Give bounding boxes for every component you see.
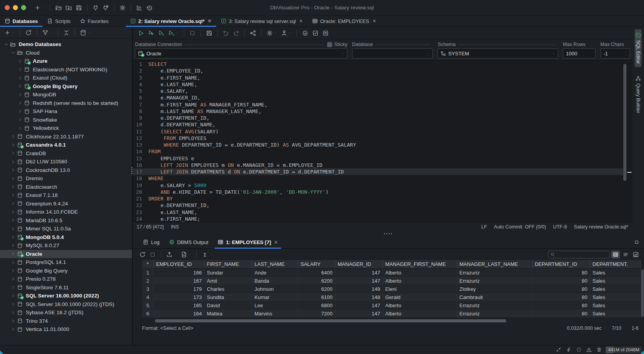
commit-button[interactable] [310,28,320,38]
tree-item-elasticsearch-not-working-[interactable]: Elasticsearch (NOT WORKING) [0,65,132,74]
cell-manager-last-name[interactable]: Errazuriz [457,277,532,285]
chevron-right-icon[interactable] [10,327,16,332]
cell-last-name[interactable]: Ande [252,269,298,277]
tree-item-snowflake[interactable]: Snowflake [0,116,132,124]
chevron-right-icon[interactable] [10,277,16,281]
cell-last-name[interactable]: Kumar [252,293,298,301]
chevron-right-icon[interactable] [17,76,23,80]
tree-item-sql-server-16-00-1000-2022-[interactable]: SQL Server 16.00.1000 (2022) [0,292,132,300]
chart-view-button[interactable] [632,251,640,258]
close-tab-icon[interactable]: ✕ [299,18,303,24]
tree-item-exasol-7-1-18[interactable]: Exasol 7.1.18 [0,191,132,200]
tree-item-oracle[interactable]: Oracle [0,250,132,258]
cell-manager-id[interactable]: 147 [335,310,383,318]
chevron-right-icon[interactable] [10,151,16,156]
cell-last-name[interactable]: Marvins [252,310,298,318]
line-ending[interactable]: LF [481,224,487,230]
zoom-window-button[interactable] [21,5,26,10]
cell-department-[interactable]: Sales [590,277,641,285]
tab-scripts[interactable]: Scripts [43,16,75,27]
stop-button[interactable] [187,28,197,38]
refresh-result-button[interactable] [137,250,148,259]
cell-manager-id[interactable]: 147 [335,269,383,277]
tree-item-elasticsearch[interactable]: Elasticsearch [0,183,132,191]
tree-item-yellowbrick[interactable]: Yellowbrick [0,124,132,133]
schema-select[interactable]: SYSTEM [438,48,558,58]
cell-first-name[interactable]: Sundita [205,293,252,301]
result-tab-dbms-output[interactable]: DBMS Output [164,236,213,248]
cell-manager-last-name[interactable]: Errazuriz [457,301,532,310]
encoding[interactable]: UTF-8 [553,224,567,230]
cell-salary[interactable]: 6200 [298,285,335,293]
filter-button[interactable] [40,28,55,37]
editor-settings-button[interactable] [265,28,279,38]
cell-salary[interactable]: 6200 [298,277,335,285]
cell-employee-id[interactable]: 167 [154,277,205,285]
tree-item-mariadb-10-6-5[interactable]: MariaDB 10.6.5 [0,216,132,225]
cell-employee-id[interactable]: 165 [154,301,205,310]
column-header-salary[interactable]: SALARY [298,260,335,269]
tree-item-cassandra-4-0-1[interactable]: Cassandra 4.0.1 [0,141,132,149]
tree-item-cockroachdb-13-0[interactable]: CockroachDB 13.0 [0,166,132,175]
tree-item-google-big-query[interactable]: Google Big Query [0,82,132,91]
cell-department-[interactable]: Sales [590,310,641,318]
chevron-right-icon[interactable] [10,251,16,256]
chevron-right-icon[interactable] [10,159,16,164]
format-button[interactable] [179,250,193,259]
history-button[interactable] [144,3,155,12]
cell-salary[interactable]: 6800 [298,301,335,310]
auto-commit-status[interactable]: Auto Commit: OFF (0/0) [494,224,546,230]
resize-grip-left[interactable] [0,350,4,354]
rollback-button[interactable] [320,28,331,38]
cell-first-name[interactable]: Mattea [205,310,252,318]
result-tab-1-employees-7-[interactable]: 1: EMPLOYEES [7]✕ [213,236,283,248]
chevron-right-icon[interactable] [10,310,16,315]
tree-item-informix-14-10-fc6de[interactable]: Informix 14.10.FC6DE [0,208,132,216]
side-tab-sql-editor[interactable]: SQL Editor [635,29,642,67]
tree-item-mongodb[interactable]: MongoDB [0,90,132,99]
tree-item-greenplum-9-4-24[interactable]: Greenplum 9.4.24 [0,200,132,208]
redo-sql-button[interactable]: SQL [231,28,241,38]
clear-button[interactable] [596,347,602,352]
chevron-right-icon[interactable] [10,143,16,147]
cell-first-name[interactable]: Charles [205,285,252,293]
chevron-right-icon[interactable] [10,243,16,248]
tree-item-cratedb[interactable]: CrateDB [0,149,132,158]
aggregate-button[interactable]: Σ [200,250,210,259]
cell-department-id[interactable]: 80 [532,277,590,285]
chevron-right-icon[interactable] [10,260,16,265]
chevron-right-icon[interactable] [17,101,23,105]
tree-item-presto-0-278[interactable]: Presto 0.278 [0,275,132,283]
tree-item-sybase-ase-16-2-jtds-[interactable]: Sybase ASE 16.2 (jTDS) [0,308,132,317]
text-view-button[interactable] [621,251,630,258]
chevron-right-icon[interactable] [10,268,16,273]
cell-employee-id[interactable]: 179 [154,285,205,293]
cell-department-id[interactable]: 80 [532,269,590,277]
open-file-button[interactable] [53,3,64,12]
cell-salary[interactable]: 7200 [298,310,335,318]
connect-button[interactable] [91,3,101,12]
chevron-right-icon[interactable] [17,126,23,131]
editor-vertical-scrollbar[interactable] [623,61,627,222]
result-search-input[interactable] [548,251,610,258]
close-tab-icon[interactable]: ✕ [372,18,376,24]
cell-manager-id[interactable]: 148 [335,293,383,301]
cell-department-id[interactable]: 80 [532,293,590,301]
cell-salary[interactable]: 6400 [298,269,335,277]
cell-first-name[interactable]: Amit [205,277,252,285]
editor-tab-oracle-employees[interactable]: Oracle: EMPLOYEES✕ [308,16,381,27]
result-tab-log[interactable]: Log [138,236,164,248]
chevron-right-icon[interactable] [17,109,23,114]
tree-item-demo-databases[interactable]: Demo Databases [0,40,132,49]
cell-department-id[interactable]: 80 [532,310,590,318]
save-button[interactable] [74,3,84,12]
sql-code-editor[interactable]: 1SELECT2 e.EMPLOYEE_ID,3 e.FIRST_NAME,4 … [133,60,632,222]
cell-employee-id[interactable]: 164 [154,310,205,318]
horizontal-splitter[interactable] [133,231,644,236]
cell-manager-first-name[interactable]: Alberto [383,310,457,318]
cell-manager-id[interactable]: 149 [335,285,383,293]
column-header-department-[interactable]: DEPARTMENT. [590,260,641,269]
activity-indicator[interactable] [576,347,582,352]
chevron-right-icon[interactable] [10,193,16,198]
chevron-right-icon[interactable] [10,168,16,172]
